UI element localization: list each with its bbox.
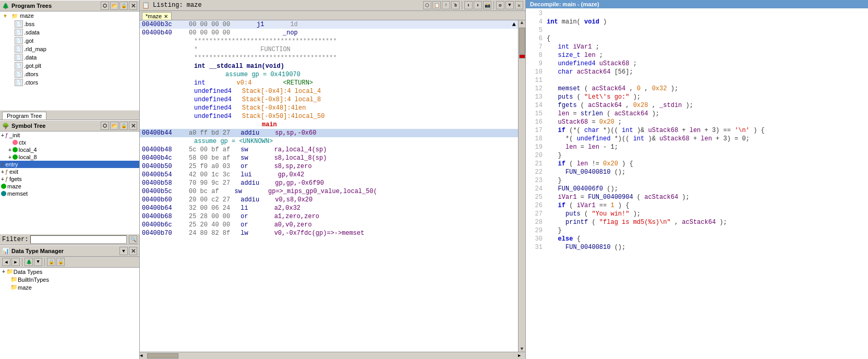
listing-close[interactable]: ✕ [515,1,523,9]
dtm-tree-btn2[interactable]: ▼ [34,258,42,266]
asm-line-sw2[interactable]: 00400b4c 58 00 be af sw s8,local_8(sp) [140,154,518,162]
scroll-thumb-h[interactable] [147,353,178,358]
dec-code-8: size_t len ; [547,51,866,59]
dtm-dropdown[interactable]: ▼ [119,247,128,255]
tree-item-rldmap[interactable]: 📄 .rld_map [0,45,139,53]
dtm-fwd[interactable]: ▶ [11,258,20,266]
listing-tool7[interactable]: 📸 [483,1,491,9]
tree-item-gotplt[interactable]: 📄 .got.plt [0,62,139,70]
asm-line-addiu3[interactable]: 00400b60 20 00 c2 27 addiu v0,s8,0x20 [140,196,518,204]
sym-item-local4[interactable]: + local_4 [0,146,139,153]
tree-item-maze[interactable]: ▼ 📁 maze [0,11,139,20]
listing-scrollbar-h[interactable]: ◀ ▶ [140,352,525,359]
listing-tool1[interactable]: ⬡ [423,1,431,9]
scroll-left-btn[interactable]: ◀ [140,353,147,358]
listing-tool3[interactable]: ↑ [442,1,450,9]
sym-tree-close[interactable]: ✕ [129,122,137,130]
program-tree-tab[interactable]: Program Tree [2,112,46,119]
expand-datatypes[interactable]: + [2,269,5,274]
listing-scrollbar-v[interactable]: ▲ ▼ [518,20,525,352]
dec-line-28: 28 printf ( "flag is md5(%s)\n" , acStac… [528,218,866,226]
listing-tool8[interactable]: ⚙ [496,1,504,9]
tree-item-bss[interactable]: 📄 .bss [0,20,139,28]
listing-tool5[interactable]: ⬆ [464,1,473,9]
listing-tool6[interactable]: ⬇ [474,1,482,9]
listing-lines-area[interactable]: 00400b3c 00 00 00 00 j1 1d ▲ 00400b40 00… [140,20,518,352]
program-trees-icon3[interactable]: 🔒 [119,2,128,10]
expand-exit[interactable]: + [1,169,4,175]
dtm-tree-btn[interactable]: 🌲 [25,258,33,266]
sym-item-local8[interactable]: + local_8 [0,153,139,161]
listing-tab-maze[interactable]: *maze ✕ [142,12,172,20]
scroll-thumb-v[interactable] [519,28,525,54]
listing-dropdown[interactable]: ▼ [505,1,514,9]
dtm-filter2-btn[interactable]: 🔓 [56,258,65,266]
dc-indent24 [547,185,554,193]
dc-kw-void: void [584,18,599,26]
asm-addr-sw3: 00400b5c [142,187,184,196]
scroll-down-btn[interactable]: ▼ [521,346,523,352]
program-trees-icon2[interactable]: 📂 [110,2,118,10]
asm-line-top[interactable]: 00400b3c 00 00 00 00 j1 1d ▲ [140,20,518,29]
dtm-item-maze-dt[interactable]: 📁 maze [0,283,139,291]
left-panel: 🌲 Program Trees ⬡ 📂 🔒 ✕ ▼ 📁 maze 📄 .bss … [0,0,140,359]
asm-line-lui[interactable]: 00400b54 42 00 1c 3c lui gp,0x42 [140,171,518,179]
expand-init[interactable]: + [1,133,4,138]
dc-func-fun25: FUN_00400904 [588,194,633,201]
expand-local4[interactable]: + [8,147,11,153]
listing-tool2[interactable]: 📋 [432,1,441,9]
sym-item-init[interactable]: + ƒ _init [0,131,139,139]
asm-line-addiu2[interactable]: 00400b58 70 90 9c 27 addiu gp,gp,-0x6f90 [140,179,518,187]
program-trees-close[interactable]: ✕ [129,2,137,10]
dtm-title-area: 📊 Data Type Manager [2,248,64,255]
asm-line-addiu[interactable]: 00400b44 a0 ff bd 27 addiu sp,sp,-0x60 [140,129,518,137]
tree-item-dtors[interactable]: 📄 .dtors [0,70,139,78]
dc-str-letsgo: "Let\'s go:" [584,93,629,101]
asm-addr-sw2: 00400b4c [142,154,184,162]
dtm-item-builtintypes[interactable]: 📁 BuiltInTypes [0,276,139,283]
program-trees-icon1[interactable]: ⬡ [101,2,109,10]
asm-line-or1[interactable]: 00400b50 25 f0 a0 03 or s8,sp,zero [140,162,518,171]
tree-item-ctors[interactable]: 📄 .ctors [0,78,139,87]
dtm-back[interactable]: ◀ [2,258,10,266]
tree-item-got[interactable]: 📄 .got [0,37,139,45]
decompile-content[interactable]: 3 4 int main( void ) 5 6 { 7 [526,8,868,359]
asm-line-nop[interactable]: 00400b40 00 00 00 00 _nop [140,29,518,37]
asm-line-lw[interactable]: 00400b70 24 80 82 8f lw v0,-0x7fdc(gp)=>… [140,229,518,237]
scroll-right-btn[interactable]: ▶ [518,353,525,358]
listing-tool4[interactable]: 🖱 [451,1,460,9]
tree-item-sdata[interactable]: 📄 .sdata [0,28,139,37]
dec-code-25: iVar1 = FUN_00400904 ( acStack64 ); [547,193,866,201]
dc-var-ivar1: iVar1 [573,43,592,51]
dtm-close[interactable]: ✕ [129,247,137,255]
sym-tree-icon3[interactable]: 🔒 [119,122,128,130]
dc-indent15 [547,110,554,117]
sym-item-exit[interactable]: + ƒ exit [0,168,139,175]
filter-input[interactable] [30,235,127,244]
dtm-item-datatypes[interactable]: + 📁 Data Types [0,268,139,276]
scroll-up-btn[interactable]: ▲ [521,20,523,26]
sym-item-ctx[interactable]: ctx [0,139,139,146]
dec-lineno-19: 19 [528,143,542,151]
sym-item-entry[interactable]: ƒ entry [0,161,139,168]
dec-code-4: int main( void ) [547,18,866,26]
sym-item-fgets[interactable]: + ƒ fgets [0,175,139,183]
dc-char-newline: '\n' [734,127,750,134]
file-icon-rldmap: 📄 [15,45,23,53]
asm-line-sw1[interactable]: 00400b48 5c 00 bf af sw ra,local_4(sp) [140,146,518,154]
expand-local8[interactable]: + [8,154,11,160]
asm-line-sw3[interactable]: 00400b5c 00 bc af sw gp=>_mips_gp0_value… [140,187,518,196]
sym-item-memset[interactable]: memset [0,190,139,197]
expand-fgets[interactable]: + [1,176,4,182]
asm-line-or3[interactable]: 00400b6c 25 20 40 00 or a0,v0,zero [140,221,518,229]
tree-item-data[interactable]: 📄 .data [0,53,139,62]
asm-line-or2[interactable]: 00400b68 25 28 00 00 or a1,zero,zero [140,212,518,221]
filter-icon[interactable]: 🔍 [129,235,137,244]
listing-tab-close[interactable]: ✕ [164,14,168,19]
listing-icon: 📋 [142,2,150,9]
sym-item-maze[interactable]: maze [0,183,139,190]
sym-tree-icon2[interactable]: 📂 [110,122,118,130]
dtm-filter-btn[interactable]: 🔒 [47,258,55,266]
asm-line-li[interactable]: 00400b64 32 00 06 24 li a2,0x32 [140,204,518,212]
sym-tree-icon1[interactable]: ⬡ [101,122,109,130]
